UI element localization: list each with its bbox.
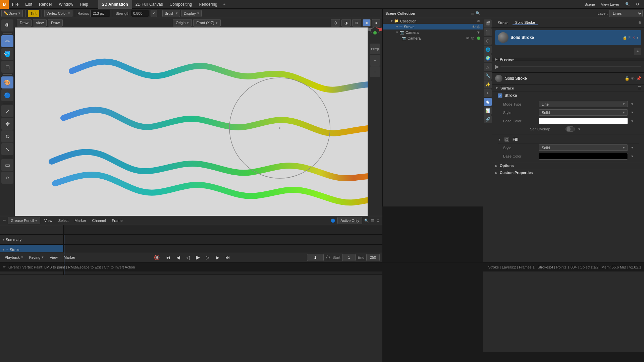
camera-parent-eye-icon[interactable]: 👁	[477, 31, 480, 35]
playback-view-menu[interactable]: View	[48, 255, 60, 260]
timeline-options-icon[interactable]: ⚙	[376, 219, 380, 223]
layer-dropdown[interactable]: Lines	[609, 10, 643, 17]
stroke-render-icon[interactable]: ◎	[477, 24, 480, 29]
workspace-2d-animation[interactable]: 2D Animation	[98, 0, 132, 9]
material-tab[interactable]: ◉	[484, 98, 492, 106]
playback-menu[interactable]: Playback ▾	[3, 254, 25, 260]
viewport-mode-btn[interactable]: Draw	[17, 19, 32, 26]
expand-panel-icon[interactable]: ⊕	[638, 20, 641, 25]
fps-toggle-btn[interactable]: ⏱	[326, 255, 330, 260]
workspace-compositing[interactable]: Compositing	[166, 0, 196, 9]
persp-ortho-btn[interactable]: Persp	[370, 44, 380, 54]
select-tool[interactable]: ↗	[1, 105, 13, 117]
camera-tool[interactable]: 👁	[1, 19, 13, 32]
play-button[interactable]: ▶	[495, 63, 499, 70]
fill-style-arrow[interactable]: ▾	[631, 145, 633, 150]
timeline-frame-menu[interactable]: Frame	[110, 217, 125, 224]
surface-list-icon[interactable]: ☰	[638, 86, 641, 90]
collection-eye-icon[interactable]: 👁	[477, 19, 480, 23]
settings-icon[interactable]: ⚙	[634, 2, 641, 6]
mat-lock-btn[interactable]: 🔒	[625, 76, 630, 81]
constraints-tab[interactable]: 🔗	[484, 115, 492, 123]
move-tool[interactable]: ✥	[1, 118, 13, 130]
outliner-item-collection[interactable]: ▾ 📁 Collection 👁	[383, 18, 483, 24]
mat-pin-btn[interactable]: 📌	[636, 76, 641, 81]
timeline-mode-icon[interactable]: ✏	[3, 219, 6, 223]
material-lock-icon[interactable]: 🔒	[623, 36, 627, 40]
menu-edit[interactable]: Edit	[22, 0, 36, 9]
camera-eye-icon[interactable]: 👁	[466, 36, 470, 40]
menu-file[interactable]: File	[9, 0, 22, 9]
timeline-marker-menu[interactable]: Marker	[72, 217, 88, 224]
grease-pencil-btn[interactable]: Grease Pencil ▾	[8, 217, 40, 224]
style-dropdown[interactable]: Solid ▾	[539, 109, 628, 116]
viewport-solid-btn[interactable]: ■	[363, 19, 371, 26]
display-btn[interactable]: Display ▾	[181, 10, 202, 17]
scale-tool[interactable]: ⤡	[1, 143, 13, 155]
world-tab[interactable]: 🌍	[484, 54, 492, 62]
zoom-out-btn[interactable]: −	[370, 66, 380, 77]
viewport-shading-btn[interactable]: ◑	[341, 19, 351, 26]
output-tab[interactable]: ⬛	[484, 28, 492, 36]
data-tab[interactable]: 📊	[484, 107, 492, 115]
outliner-item-camera-parent[interactable]: ▾ 📷 Camera 👁	[383, 29, 483, 35]
summary-track-content[interactable]	[64, 235, 382, 244]
rectangle-tool[interactable]: ▭	[1, 159, 13, 171]
timeline-search-icon[interactable]: 🔍	[364, 219, 369, 223]
scene-selector[interactable]: Scene	[583, 2, 597, 6]
stroke-tab[interactable]: Stroke	[495, 21, 511, 25]
add-material-button[interactable]: +	[634, 48, 641, 55]
viewport-draw-btn[interactable]: Draw	[48, 19, 63, 26]
fill-base-color-arrow[interactable]: ▾	[631, 154, 633, 159]
stroke-eye-icon[interactable]: 👁	[472, 25, 476, 29]
workspace-2d-full-canvas[interactable]: 2D Full Canvas	[132, 0, 166, 9]
material-remove-icon[interactable]: ✕	[632, 36, 635, 40]
view-layer-tab[interactable]: ⬡	[484, 37, 492, 45]
scene-tab[interactable]: 🌐	[484, 46, 492, 54]
keying-menu[interactable]: Keying ▾	[27, 254, 46, 260]
options-section-header[interactable]: ▶ Options	[492, 162, 644, 169]
current-frame-input[interactable]	[307, 254, 324, 261]
viewport-xray-btn[interactable]: ⊕	[352, 19, 361, 26]
summary-expand-icon[interactable]: ▾	[3, 238, 4, 241]
strength-toggle[interactable]: ✓	[151, 10, 157, 17]
brush-btn[interactable]: Brush ▾	[162, 10, 180, 17]
prev-keyframe-btn[interactable]: ◁	[184, 254, 192, 261]
stroke-checkbox[interactable]: ✓	[498, 93, 502, 98]
workspace-rendering[interactable]: Rendering	[195, 0, 220, 9]
viewport-render-btn[interactable]: ●	[372, 19, 380, 26]
particles-tab[interactable]: ✦	[484, 89, 492, 97]
viewport-overlay-btn[interactable]: ⬡	[331, 19, 340, 26]
outliner-item-stroke[interactable]: ▾ ✏ Stroke 👁 ◎	[383, 24, 483, 29]
fill-section-header[interactable]: ▼ □ Fill	[498, 136, 639, 143]
outliner-search-icon[interactable]: 🔍	[476, 11, 480, 15]
mode-type-dropdown[interactable]: Line ▾	[539, 101, 628, 107]
base-color-arrow[interactable]: ▾	[631, 119, 633, 123]
fill-checkbox[interactable]: □	[504, 137, 509, 142]
self-overlap-arrow[interactable]: ▾	[578, 127, 580, 131]
mode-selector[interactable]: ✏️ Draw ▾	[1, 10, 23, 17]
menu-render[interactable]: Render	[36, 0, 55, 9]
fill-tool[interactable]: 🪣	[1, 48, 13, 60]
self-overlap-toggle[interactable]	[566, 126, 575, 132]
jump-end-btn[interactable]: ⏭	[223, 254, 232, 261]
timeline-cursor-icon[interactable]: 🔵	[331, 219, 335, 223]
next-keyframe-btn[interactable]: ▷	[204, 254, 212, 261]
start-frame-input[interactable]	[342, 254, 356, 261]
outliner-item-camera[interactable]: 📷 Camera 👁 ◎	[383, 35, 483, 41]
jump-start-btn[interactable]: ⏮	[164, 254, 172, 261]
camera-render-icon[interactable]: ◎	[471, 36, 474, 40]
timeline-view-menu[interactable]: View	[42, 217, 54, 224]
preview-section-header[interactable]: ▶ Preview	[492, 58, 644, 61]
view-axis-btn[interactable]: Front (X:Z) ▾	[193, 19, 220, 26]
strength-input[interactable]	[131, 10, 149, 17]
search-icon[interactable]: 🔍	[623, 2, 632, 6]
shader-fx-tab[interactable]: ✨	[484, 80, 492, 88]
timeline-select-menu[interactable]: Select	[56, 217, 71, 224]
play-btn[interactable]: ▶	[194, 253, 202, 261]
object-tab[interactable]: △	[484, 63, 492, 71]
mat-eye-btn[interactable]: 👁	[631, 76, 635, 81]
erase-tool[interactable]: ◻	[1, 61, 13, 73]
color-tool[interactable]: 🔵	[1, 89, 13, 101]
tint-tool[interactable]: 🎨	[1, 76, 13, 88]
